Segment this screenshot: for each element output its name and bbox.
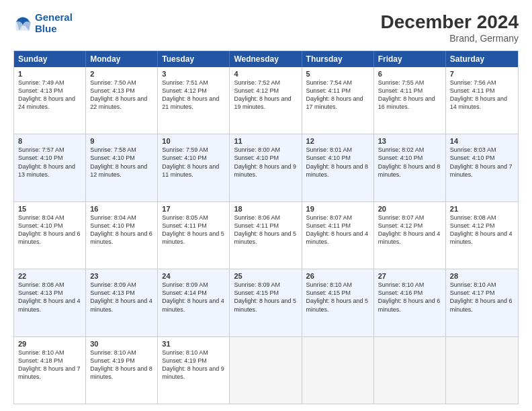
day-number: 10 [162, 137, 225, 145]
day-info: Sunrise: 7:57 AMSunset: 4:10 PMDaylight:… [18, 146, 81, 179]
day-header-tuesday: Tuesday [158, 51, 230, 67]
day-number: 22 [18, 272, 81, 280]
day-number: 7 [450, 70, 514, 78]
day-number: 8 [18, 137, 81, 145]
day-info: Sunrise: 8:05 AMSunset: 4:11 PMDaylight:… [162, 214, 225, 246]
day-info: Sunrise: 8:02 AMSunset: 4:10 PMDaylight:… [378, 146, 441, 179]
day-info: Sunrise: 8:04 AMSunset: 4:10 PMDaylight:… [18, 214, 81, 246]
logo-line2: Blue [35, 23, 57, 34]
logo-line1: General [35, 11, 73, 23]
day-number: 1 [18, 70, 81, 78]
day-info: Sunrise: 8:10 AMSunset: 4:17 PMDaylight:… [450, 281, 514, 314]
calendar-header: SundayMondayTuesdayWednesdayThursdayFrid… [14, 51, 518, 67]
week-row-2: 8Sunrise: 7:57 AMSunset: 4:10 PMDaylight… [14, 134, 518, 201]
day-cell-14: 14Sunrise: 8:03 AMSunset: 4:10 PMDayligh… [446, 134, 518, 201]
day-cell-8: 8Sunrise: 7:57 AMSunset: 4:10 PMDaylight… [14, 134, 86, 201]
day-cell-24: 24Sunrise: 8:09 AMSunset: 4:14 PMDayligh… [158, 269, 230, 336]
day-info: Sunrise: 8:00 AMSunset: 4:10 PMDaylight:… [234, 146, 297, 179]
day-info: Sunrise: 8:03 AMSunset: 4:10 PMDaylight:… [450, 146, 514, 179]
day-number: 19 [306, 205, 369, 213]
day-cell-31: 31Sunrise: 8:10 AMSunset: 4:19 PMDayligh… [158, 337, 230, 404]
day-number: 18 [234, 205, 297, 213]
day-header-wednesday: Wednesday [230, 51, 302, 67]
day-number: 4 [234, 70, 297, 78]
day-info: Sunrise: 8:10 AMSunset: 4:16 PMDaylight:… [378, 281, 441, 314]
calendar: SundayMondayTuesdayWednesdayThursdayFrid… [13, 50, 519, 404]
day-number: 28 [450, 272, 514, 280]
day-header-monday: Monday [86, 51, 158, 67]
week-row-3: 15Sunrise: 8:04 AMSunset: 4:10 PMDayligh… [14, 201, 518, 269]
day-cell-25: 25Sunrise: 8:09 AMSunset: 4:15 PMDayligh… [230, 269, 302, 336]
day-cell-20: 20Sunrise: 8:07 AMSunset: 4:12 PMDayligh… [374, 202, 446, 269]
day-number: 2 [90, 70, 153, 78]
day-info: Sunrise: 8:10 AMSunset: 4:19 PMDaylight:… [90, 349, 153, 381]
day-info: Sunrise: 8:10 AMSunset: 4:15 PMDaylight:… [306, 281, 369, 314]
day-cell-26: 26Sunrise: 8:10 AMSunset: 4:15 PMDayligh… [302, 269, 374, 336]
day-number: 9 [90, 137, 153, 145]
day-number: 11 [234, 137, 297, 145]
day-info: Sunrise: 7:55 AMSunset: 4:11 PMDaylight:… [378, 79, 441, 111]
day-info: Sunrise: 7:58 AMSunset: 4:10 PMDaylight:… [90, 146, 153, 179]
day-number: 29 [18, 340, 81, 348]
title-block: December 2024 Brand, Germany [381, 12, 519, 44]
day-cell-28: 28Sunrise: 8:10 AMSunset: 4:17 PMDayligh… [446, 269, 518, 336]
day-number: 12 [306, 137, 369, 145]
day-info: Sunrise: 7:49 AMSunset: 4:13 PMDaylight:… [18, 79, 81, 111]
day-number: 26 [306, 272, 369, 280]
day-number: 6 [378, 70, 441, 78]
day-info: Sunrise: 7:52 AMSunset: 4:12 PMDaylight:… [234, 79, 297, 111]
day-info: Sunrise: 8:10 AMSunset: 4:18 PMDaylight:… [18, 349, 81, 381]
week-row-1: 1Sunrise: 7:49 AMSunset: 4:13 PMDaylight… [14, 67, 518, 134]
day-cell-12: 12Sunrise: 8:01 AMSunset: 4:10 PMDayligh… [302, 134, 374, 201]
day-number: 25 [234, 272, 297, 280]
day-cell-10: 10Sunrise: 7:59 AMSunset: 4:10 PMDayligh… [158, 134, 230, 201]
header: General Blue December 2024 Brand, German… [13, 12, 519, 44]
day-info: Sunrise: 8:09 AMSunset: 4:15 PMDaylight:… [234, 281, 297, 314]
day-header-thursday: Thursday [302, 51, 374, 67]
day-number: 24 [162, 272, 225, 280]
day-info: Sunrise: 8:09 AMSunset: 4:14 PMDaylight:… [162, 281, 225, 314]
day-header-saturday: Saturday [446, 51, 518, 67]
day-cell-23: 23Sunrise: 8:09 AMSunset: 4:13 PMDayligh… [86, 269, 158, 336]
day-number: 30 [90, 340, 153, 348]
day-number: 27 [378, 272, 441, 280]
day-info: Sunrise: 7:59 AMSunset: 4:10 PMDaylight:… [162, 146, 225, 179]
day-number: 5 [306, 70, 369, 78]
day-info: Sunrise: 8:07 AMSunset: 4:12 PMDaylight:… [378, 214, 441, 246]
day-number: 15 [18, 205, 81, 213]
day-cell-6: 6Sunrise: 7:55 AMSunset: 4:11 PMDaylight… [374, 67, 446, 134]
day-cell-17: 17Sunrise: 8:05 AMSunset: 4:11 PMDayligh… [158, 202, 230, 269]
day-info: Sunrise: 7:51 AMSunset: 4:12 PMDaylight:… [162, 79, 225, 111]
day-number: 20 [378, 205, 441, 213]
day-cell-22: 22Sunrise: 8:08 AMSunset: 4:13 PMDayligh… [14, 269, 86, 336]
day-info: Sunrise: 8:01 AMSunset: 4:10 PMDaylight:… [306, 146, 369, 179]
day-info: Sunrise: 7:56 AMSunset: 4:11 PMDaylight:… [450, 79, 514, 111]
calendar-body: 1Sunrise: 7:49 AMSunset: 4:13 PMDaylight… [14, 67, 518, 404]
day-cell-11: 11Sunrise: 8:00 AMSunset: 4:10 PMDayligh… [230, 134, 302, 201]
day-cell-9: 9Sunrise: 7:58 AMSunset: 4:10 PMDaylight… [86, 134, 158, 201]
day-cell-3: 3Sunrise: 7:51 AMSunset: 4:12 PMDaylight… [158, 67, 230, 134]
day-cell-4: 4Sunrise: 7:52 AMSunset: 4:12 PMDaylight… [230, 67, 302, 134]
day-cell-empty [446, 337, 518, 404]
day-cell-27: 27Sunrise: 8:10 AMSunset: 4:16 PMDayligh… [374, 269, 446, 336]
day-info: Sunrise: 7:50 AMSunset: 4:13 PMDaylight:… [90, 79, 153, 111]
logo: General Blue [13, 12, 73, 34]
day-cell-13: 13Sunrise: 8:02 AMSunset: 4:10 PMDayligh… [374, 134, 446, 201]
day-number: 23 [90, 272, 153, 280]
day-cell-empty [230, 337, 302, 404]
day-info: Sunrise: 8:04 AMSunset: 4:10 PMDaylight:… [90, 214, 153, 246]
day-cell-1: 1Sunrise: 7:49 AMSunset: 4:13 PMDaylight… [14, 67, 86, 134]
day-number: 31 [162, 340, 225, 348]
day-number: 17 [162, 205, 225, 213]
day-header-sunday: Sunday [14, 51, 86, 67]
subtitle: Brand, Germany [381, 33, 519, 44]
day-number: 3 [162, 70, 225, 78]
week-row-5: 29Sunrise: 8:10 AMSunset: 4:18 PMDayligh… [14, 336, 518, 404]
day-cell-2: 2Sunrise: 7:50 AMSunset: 4:13 PMDaylight… [86, 67, 158, 134]
day-header-friday: Friday [374, 51, 446, 67]
day-info: Sunrise: 8:08 AMSunset: 4:13 PMDaylight:… [18, 281, 81, 314]
day-cell-empty [374, 337, 446, 404]
day-number: 14 [450, 137, 514, 145]
day-info: Sunrise: 8:08 AMSunset: 4:12 PMDaylight:… [450, 214, 514, 246]
day-info: Sunrise: 8:07 AMSunset: 4:11 PMDaylight:… [306, 214, 369, 246]
